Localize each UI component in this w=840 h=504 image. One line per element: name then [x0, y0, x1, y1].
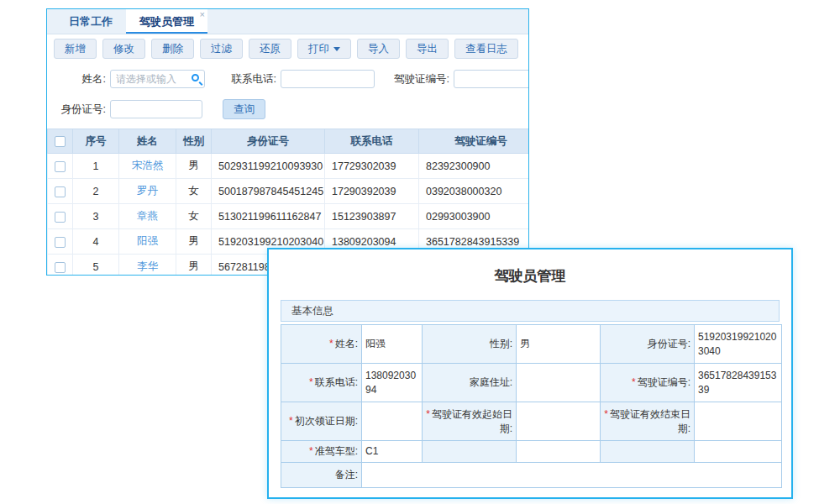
idcard-field-label: 身份证号:	[601, 325, 695, 364]
remark-field-value[interactable]	[362, 463, 782, 488]
name-field-label: *姓名:	[281, 325, 362, 364]
export-button[interactable]: 导出	[406, 39, 449, 59]
license-field-value[interactable]: 3651782843915339	[695, 364, 782, 402]
col-header-gender: 性别	[176, 129, 212, 154]
driver-name-link[interactable]: 章燕	[137, 210, 158, 222]
form-row-3: *初次领证日期: *驾驶证有效起始日期: *驾驶证有效结束日期:	[281, 402, 782, 441]
driver-management-panel: 日常工作 驾驶员管理 × 新增 修改 删除 过滤 还原 打印 导入 导出 查看日…	[46, 8, 529, 276]
required-asterisk: *	[329, 338, 333, 349]
table-row[interactable]: 3 章燕 女 513021199611162847 15123903897 02…	[48, 204, 530, 229]
field-label-text: 驾驶证有效结束日期:	[610, 408, 690, 433]
cell-phone: 17729302039	[325, 154, 419, 179]
required-asterisk: *	[632, 376, 636, 388]
driver-detail-form: *姓名: 阳强 性别: 男 身份证号: 519203199210203040 *…	[281, 324, 782, 488]
select-all-checkbox[interactable]	[55, 136, 66, 147]
cell-gender: 女	[176, 204, 212, 229]
field-label-text: 备注:	[335, 469, 358, 480]
print-button-label: 打印	[308, 42, 329, 56]
required-asterisk: *	[309, 445, 313, 457]
driver-name-link[interactable]: 宋浩然	[132, 160, 164, 171]
phone-filter-label: 联系电话:	[222, 72, 276, 87]
cell-idcard: 502931199210093930	[212, 154, 325, 179]
license-filter-input[interactable]	[454, 70, 529, 88]
field-label-text: 初次领证日期:	[295, 415, 358, 427]
required-asterisk: *	[604, 408, 608, 420]
phone-field-value[interactable]: 13809203094	[362, 364, 423, 402]
driver-name-link[interactable]: 阳强	[137, 235, 158, 247]
phone-filter-input[interactable]	[281, 70, 375, 88]
import-button[interactable]: 导入	[357, 39, 400, 59]
table-row[interactable]: 1 宋浩然 男 502931199210093930 17729302039 8…	[48, 154, 530, 179]
row-checkbox[interactable]	[55, 262, 66, 273]
row-checkbox[interactable]	[55, 186, 66, 197]
tab-bar: 日常工作 驾驶员管理 ×	[47, 9, 528, 34]
name-filter-input[interactable]	[110, 70, 205, 88]
tab-driver-management[interactable]: 驾驶员管理 ×	[126, 9, 207, 34]
print-button[interactable]: 打印	[297, 39, 351, 59]
vehicle-type-value[interactable]: C1	[362, 441, 423, 463]
query-button[interactable]: 查询	[223, 99, 265, 119]
gender-field-label: 性别:	[423, 325, 517, 364]
table-header-row: 序号 姓名 性别 身份证号 联系电话 驾驶证编号	[48, 129, 530, 154]
cell-license: 02993003900	[419, 204, 530, 229]
row-checkbox[interactable]	[55, 161, 66, 172]
delete-button[interactable]: 删除	[151, 39, 194, 59]
name-filter-label: 姓名:	[47, 72, 106, 87]
driver-detail-dialog: 驾驶员管理 基本信息 *姓名: 阳强 性别: 男 身份证号: 519203199…	[267, 248, 793, 499]
field-label-text: 准驾车型:	[315, 445, 358, 457]
col-header-idcard: 身份证号	[212, 129, 325, 154]
name-filter-wrapper	[110, 70, 205, 88]
field-label-text: 姓名:	[335, 338, 358, 349]
required-asterisk: *	[289, 415, 293, 427]
dialog-title: 驾驶员管理	[269, 266, 791, 286]
license-end-date-value[interactable]	[695, 402, 782, 441]
empty-value-cell	[517, 441, 601, 463]
col-header-phone: 联系电话	[325, 129, 419, 154]
field-label-text: 性别:	[490, 338, 512, 349]
tab-driver-management-label: 驾驶员管理	[139, 15, 194, 28]
required-asterisk: *	[309, 376, 313, 388]
idcard-filter-input[interactable]	[110, 100, 202, 118]
phone-field-label: *联系电话:	[281, 364, 362, 402]
edit-button[interactable]: 修改	[102, 39, 145, 59]
name-field-value[interactable]: 阳强	[362, 325, 423, 364]
empty-value-cell	[695, 441, 782, 463]
required-asterisk: *	[426, 408, 430, 420]
row-checkbox[interactable]	[55, 237, 66, 248]
tab-daily-work[interactable]: 日常工作	[55, 9, 126, 34]
filter-button[interactable]: 过滤	[200, 39, 243, 59]
cell-gender: 女	[176, 179, 212, 204]
driver-name-link[interactable]: 罗丹	[137, 185, 158, 197]
gender-field-value[interactable]: 男	[517, 325, 601, 364]
cell-phone: 15123903897	[325, 204, 419, 229]
form-row-remark: 备注:	[281, 463, 782, 488]
driver-name-link[interactable]: 李华	[137, 260, 158, 272]
col-header-license: 驾驶证编号	[419, 129, 530, 154]
address-field-value[interactable]	[517, 364, 601, 402]
toolbar: 新增 修改 删除 过滤 还原 打印 导入 导出 查看日志	[47, 34, 528, 63]
field-label-text: 驾驶证有效起始日期:	[432, 408, 512, 433]
remark-field-label: 备注:	[281, 463, 362, 488]
close-tab-icon[interactable]: ×	[200, 10, 205, 19]
license-start-date-label: *驾驶证有效起始日期:	[423, 402, 517, 441]
field-label-text: 联系电话:	[315, 376, 358, 388]
basic-info-section-header: 基本信息	[281, 300, 780, 322]
form-row-1: *姓名: 阳强 性别: 男 身份证号: 519203199210203040	[281, 325, 782, 364]
search-icon[interactable]	[192, 74, 199, 81]
filter-row-2: 身份证号: 查询	[47, 96, 528, 123]
form-row-2: *联系电话: 13809203094 家庭住址: *驾驶证编号: 3651782…	[281, 364, 782, 402]
first-license-date-label: *初次领证日期:	[281, 402, 362, 441]
license-start-date-value[interactable]	[517, 402, 601, 441]
cell-phone: 17290392039	[325, 179, 419, 204]
col-header-no: 序号	[73, 129, 119, 154]
view-log-button[interactable]: 查看日志	[454, 39, 518, 59]
idcard-field-value[interactable]: 519203199210203040	[695, 325, 782, 364]
cell-no: 3	[73, 204, 119, 229]
table-row[interactable]: 2 罗丹 女 500187987845451245 17290392039 03…	[48, 179, 530, 204]
first-license-date-value[interactable]	[362, 402, 423, 441]
vehicle-type-label: *准驾车型:	[281, 441, 362, 463]
restore-button[interactable]: 还原	[249, 39, 291, 59]
add-button[interactable]: 新增	[54, 39, 97, 59]
address-field-label: 家庭住址:	[423, 364, 517, 402]
row-checkbox[interactable]	[55, 212, 66, 223]
